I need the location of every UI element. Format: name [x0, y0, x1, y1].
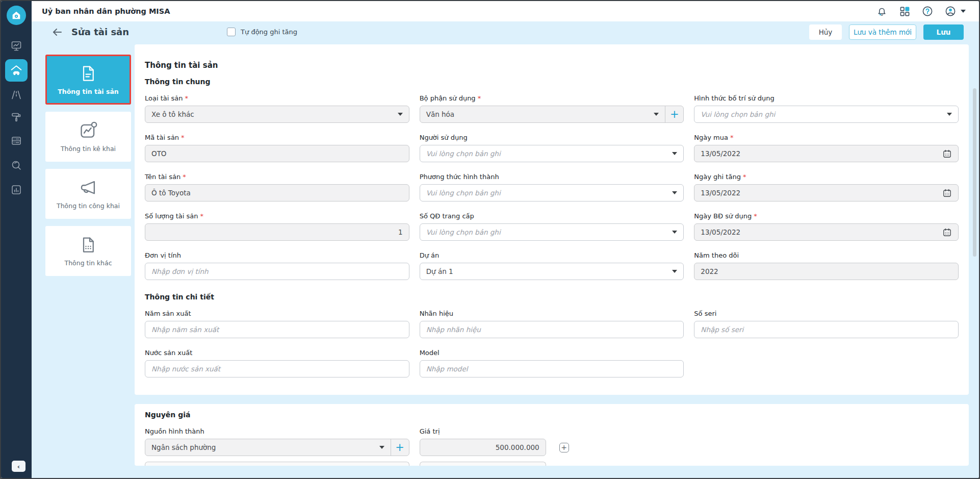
chevron-down-icon — [672, 152, 677, 155]
main-sidebar: ‹ — [1, 1, 32, 478]
so-luong-tai-san-input[interactable] — [145, 223, 409, 241]
ngay-bd-su-dung-datepicker[interactable]: 13/05/2022 — [694, 223, 959, 241]
back-button[interactable] — [51, 26, 63, 38]
tab-thong-tin-khac[interactable]: Thông tin khác — [45, 226, 131, 276]
add-bo-phan-button[interactable]: + — [665, 106, 683, 122]
ngay-mua-datepicker[interactable]: 13/05/2022 — [694, 145, 959, 162]
field-ngay-bd-su-dung: Ngày BĐ sử dụng* 13/05/2022 — [694, 212, 959, 241]
report-chart-icon[interactable] — [10, 184, 22, 196]
save-button[interactable]: Lưu — [923, 24, 964, 40]
field-gia-tri: Giá trị + — [420, 427, 959, 456]
field-loai-tai-san: Loại tài sản* Xe ô tô khác — [145, 94, 409, 123]
field-so-luong-tai-san: Số lượng tài sản* — [145, 212, 409, 241]
field-nam-theo-doi: Năm theo dõi — [694, 251, 959, 280]
partial-value-stub[interactable] — [420, 462, 546, 466]
chart-badge-icon — [79, 121, 98, 140]
tab-label: Thông tin kê khai — [61, 145, 116, 153]
dashboard-monitor-icon[interactable] — [10, 40, 22, 52]
field-phuong-thuc-hinh-thanh: Phương thức hình thành Vui lòng chọn bản… — [420, 173, 684, 201]
chevron-down-icon — [672, 191, 677, 194]
help-icon[interactable] — [922, 6, 933, 17]
asset-info-card: Thông tin tài sản Thông tin chung Loại t… — [135, 44, 969, 395]
arrow-left-icon — [51, 26, 63, 38]
calendar-icon[interactable] — [942, 228, 952, 237]
don-vi-tinh-input[interactable] — [145, 263, 409, 280]
megaphone-icon — [79, 178, 98, 197]
search-icon[interactable] — [10, 159, 22, 171]
field-nuoc-san-xuat: Nước sản xuất — [145, 349, 409, 377]
general-grid: Loại tài sản* Xe ô tô khác Bộ phận sử dụ… — [145, 94, 959, 280]
asset-house-car-icon[interactable] — [5, 59, 28, 82]
cost-grid: Nguồn hình thành Ngân sách phường + Giá … — [145, 427, 959, 456]
sidebar-collapse-button[interactable]: ‹ — [12, 461, 25, 472]
add-nguon-hinh-thanh-button[interactable]: + — [391, 439, 409, 456]
app-window: ‹ Uỷ ban nhân dân phường MISA — [0, 0, 980, 479]
save-and-new-button[interactable]: Lưu và thêm mới — [849, 24, 916, 40]
ma-tai-san-input[interactable] — [145, 145, 409, 162]
calendar-icon[interactable] — [942, 149, 952, 159]
road-icon[interactable] — [10, 89, 22, 101]
tab-thong-tin-ke-khai[interactable]: Thông tin kê khai — [45, 112, 131, 162]
section-cost-title: Nguyên giá — [145, 410, 959, 419]
chevron-left-icon: ‹ — [17, 463, 20, 470]
apps-grid-icon[interactable] — [899, 6, 910, 17]
field-ten-tai-san: Tên tài sản* — [145, 173, 409, 201]
phuong-thuc-hinh-thanh-select[interactable]: Vui lòng chọn bản ghi — [420, 184, 684, 201]
field-bo-phan-su-dung: Bộ phận sử dụng* Văn hóa + — [420, 94, 684, 123]
auto-increase-checkbox[interactable] — [227, 28, 236, 36]
nam-theo-doi-input[interactable] — [694, 263, 959, 280]
next-source-row-partial — [145, 462, 959, 466]
hinh-thuc-bo-tri-select[interactable]: Vui lòng chọn bản ghi — [694, 106, 959, 123]
nguoi-su-dung-select[interactable]: Vui lòng chọn bản ghi — [420, 145, 684, 162]
paint-roller-icon[interactable] — [10, 111, 22, 123]
field-nguoi-su-dung: Người sử dụng Vui lòng chọn bản ghi — [420, 134, 684, 162]
page-title: Sửa tài sản — [71, 27, 129, 37]
field-nhan-hieu: Nhãn hiệu — [420, 310, 684, 338]
nhan-hieu-input[interactable] — [420, 321, 684, 338]
add-gia-tri-row-button[interactable]: + — [559, 443, 569, 452]
page-header: Sửa tài sản Tự động ghi tăng Hủy Lưu và … — [32, 21, 979, 42]
chevron-down-icon — [398, 113, 403, 116]
nam-san-xuat-input[interactable] — [145, 321, 409, 338]
document-icon — [79, 64, 97, 83]
ten-tai-san-input[interactable] — [145, 184, 409, 201]
caret-down-icon — [961, 10, 966, 13]
ngay-ghi-tang-datepicker[interactable]: 13/05/2022 — [694, 184, 959, 201]
partial-select-stub[interactable] — [145, 462, 409, 466]
nguon-hinh-thanh-select[interactable]: Ngân sách phường — [145, 439, 391, 456]
gia-tri-input[interactable] — [420, 439, 546, 456]
so-seri-input[interactable] — [694, 321, 959, 338]
field-hinh-thuc-bo-tri: Hình thức bố trí sử dụng Vui lòng chọn b… — [694, 94, 959, 123]
app-logo — [7, 6, 26, 25]
document-dots-icon — [79, 235, 97, 255]
field-don-vi-tinh: Đơn vị tính — [145, 251, 409, 280]
du-an-select[interactable]: Dự án 1 — [420, 263, 684, 280]
field-ma-tai-san: Mã tài sản* — [145, 134, 409, 162]
auto-increase-checkbox-group[interactable]: Tự động ghi tăng — [227, 28, 297, 36]
bo-phan-su-dung-select[interactable]: Văn hóa — [420, 106, 665, 122]
loai-tai-san-select[interactable]: Xe ô tô khác — [145, 106, 409, 123]
form-panel: Thông tin tài sản Thông tin chung Loại t… — [135, 42, 979, 478]
tab-thong-tin-tai-san[interactable]: Thông tin tài sản — [45, 55, 131, 105]
org-name: Uỷ ban nhân dân phường MISA — [42, 7, 170, 15]
nguyen-gia-card: Nguyên giá Nguồn hình thành Ngân sách ph… — [135, 404, 969, 466]
chevron-down-icon — [379, 446, 384, 449]
model-input[interactable] — [420, 360, 684, 377]
tab-label: Thông tin công khai — [57, 202, 120, 210]
chevron-down-icon — [672, 231, 677, 234]
content-area: Thông tin tài sản Thông tin kê khai — [32, 42, 979, 478]
tab-thong-tin-cong-khai[interactable]: Thông tin công khai — [45, 169, 131, 219]
field-so-qd-trang-cap: Số QĐ trang cấp Vui lòng chọn bản ghi — [420, 212, 684, 241]
panel-title: Thông tin tài sản — [145, 61, 959, 70]
scrollbar-thumb[interactable] — [973, 88, 976, 257]
bell-icon[interactable] — [876, 6, 887, 17]
detail-grid: Năm sản xuất Nhãn hiệu Số seri — [145, 310, 959, 377]
server-icon[interactable] — [10, 135, 22, 147]
calendar-icon[interactable] — [942, 188, 952, 198]
account-menu[interactable] — [945, 6, 966, 17]
field-du-an: Dự án Dự án 1 — [420, 251, 684, 280]
cancel-button[interactable]: Hủy — [809, 24, 842, 40]
nuoc-san-xuat-input[interactable] — [145, 360, 409, 377]
section-detail-title: Thông tin chi tiết — [145, 292, 959, 301]
so-qd-trang-cap-select[interactable]: Vui lòng chọn bản ghi — [420, 223, 684, 241]
